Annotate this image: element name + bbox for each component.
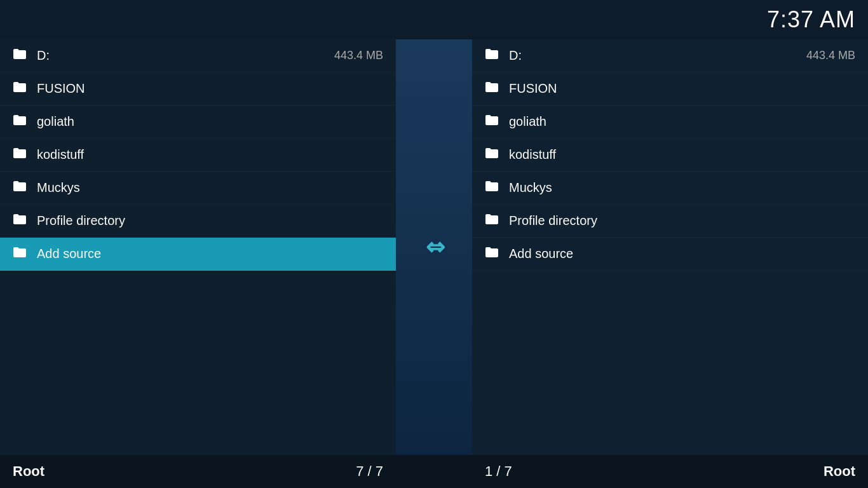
folder-icon — [13, 180, 27, 195]
file-name: Muckys — [509, 180, 855, 195]
footer: Root 7 / 7 1 / 7 Root — [0, 455, 868, 488]
footer-right: 1 / 7 Root — [472, 455, 868, 488]
file-name: Muckys — [37, 180, 383, 195]
file-name: Add source — [509, 247, 855, 261]
folder-icon — [13, 147, 27, 162]
file-size: 443.4 MB — [334, 49, 383, 62]
list-item[interactable]: FUSION — [472, 72, 868, 105]
file-name: FUSION — [37, 81, 383, 96]
folder-icon — [485, 114, 499, 129]
left-panel: D:443.4 MB FUSION goliath kodistuff Muck… — [0, 39, 396, 455]
clock: 7:37 AM — [767, 6, 855, 33]
list-item[interactable]: Muckys — [0, 172, 396, 205]
folder-icon — [485, 214, 499, 228]
right-footer-label: Root — [824, 463, 855, 480]
list-item[interactable]: kodistuff — [472, 139, 868, 172]
list-item[interactable]: FUSION — [0, 72, 396, 105]
list-item[interactable]: Add source — [0, 238, 396, 271]
file-name: kodistuff — [509, 147, 855, 162]
file-name: Profile directory — [37, 214, 383, 228]
list-item[interactable]: kodistuff — [0, 139, 396, 172]
folder-icon — [485, 147, 499, 162]
file-name: goliath — [509, 114, 855, 129]
right-panel: D:443.4 MB FUSION goliath kodistuff Muck… — [472, 39, 868, 455]
folder-icon — [13, 214, 27, 228]
main-content: D:443.4 MB FUSION goliath kodistuff Muck… — [0, 39, 868, 455]
folder-icon — [13, 48, 27, 63]
folder-icon — [485, 247, 499, 261]
file-name: kodistuff — [37, 147, 383, 162]
file-name: goliath — [37, 114, 383, 129]
folder-icon — [485, 180, 499, 195]
list-item[interactable]: Add source — [472, 238, 868, 271]
file-name: FUSION — [509, 81, 855, 96]
left-footer-count: 7 / 7 — [356, 463, 383, 480]
footer-left: Root 7 / 7 — [0, 455, 396, 488]
file-name: Profile directory — [509, 214, 855, 228]
folder-icon — [13, 247, 27, 261]
folder-icon — [485, 81, 499, 96]
list-item[interactable]: D:443.4 MB — [472, 39, 868, 72]
transfer-icon: ⇔ — [426, 234, 442, 261]
divider: ⇔ — [396, 39, 472, 455]
footer-divider — [396, 455, 472, 488]
file-name: D: — [37, 48, 328, 63]
file-name: Add source — [37, 247, 383, 261]
file-size: 443.4 MB — [806, 49, 855, 62]
file-name: D: — [509, 48, 800, 63]
header: 7:37 AM — [0, 0, 868, 39]
left-file-list: D:443.4 MB FUSION goliath kodistuff Muck… — [0, 39, 396, 455]
list-item[interactable]: Profile directory — [472, 205, 868, 238]
folder-icon — [13, 114, 27, 129]
list-item[interactable]: goliath — [472, 105, 868, 139]
list-item[interactable]: D:443.4 MB — [0, 39, 396, 72]
folder-icon — [13, 81, 27, 96]
left-footer-label: Root — [13, 463, 44, 480]
right-file-list: D:443.4 MB FUSION goliath kodistuff Muck… — [472, 39, 868, 455]
list-item[interactable]: goliath — [0, 105, 396, 139]
right-footer-count: 1 / 7 — [485, 463, 512, 480]
list-item[interactable]: Muckys — [472, 172, 868, 205]
folder-icon — [485, 48, 499, 63]
list-item[interactable]: Profile directory — [0, 205, 396, 238]
